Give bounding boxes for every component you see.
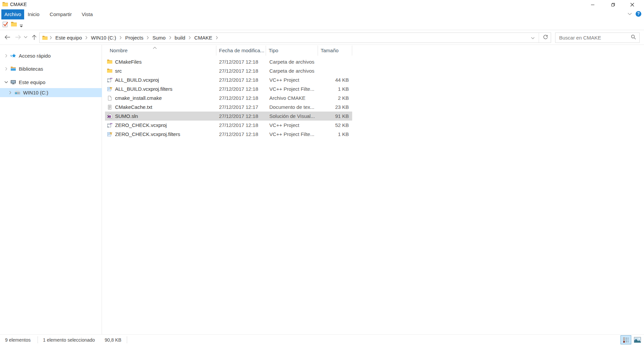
file-type: Carpeta de archivos [266, 59, 318, 65]
file-row-sumo-sln[interactable]: SUMO.sln 27/12/2017 12:18 Solución de Vi… [105, 112, 352, 121]
visual-studio-solution-icon [107, 114, 112, 119]
file-date: 27/12/2017 12:18 [216, 68, 266, 74]
close-button[interactable] [625, 0, 640, 9]
breadcrumb-cmake[interactable]: CMAKE [193, 35, 213, 41]
column-header-tipo[interactable]: Tipo [266, 46, 318, 56]
refresh-icon[interactable] [540, 34, 551, 41]
file-name: cmake_install.cmake [115, 95, 162, 101]
search-input[interactable] [555, 35, 631, 41]
vcxproj-icon [107, 123, 112, 128]
file-size: 2 KB [318, 95, 352, 101]
details-view-button[interactable] [621, 335, 631, 344]
items-count: 9 elementos [5, 337, 31, 343]
chevron-down-icon[interactable] [3, 81, 9, 83]
file-date: 27/12/2017 12:18 [216, 131, 266, 137]
file-type: Solución de Visual... [266, 113, 318, 119]
chevron-right-icon[interactable] [3, 67, 9, 71]
breadcrumb-sumo[interactable]: Sumo [151, 35, 167, 41]
drive-icon [14, 90, 20, 95]
sidebar-item-este-equipo[interactable]: Este equipo [0, 78, 102, 87]
vcxproj-filters-icon [107, 86, 112, 92]
sidebar-item-bibliotecas[interactable]: Bibliotecas [0, 64, 102, 73]
chevron-right-icon[interactable] [7, 91, 13, 94]
file-rows: CMakeFiles 27/12/2017 12:18 Carpeta de a… [105, 57, 352, 139]
breadcrumb-chevron-icon[interactable] [214, 36, 220, 40]
file-row-cmakefiles[interactable]: CMakeFiles 27/12/2017 12:18 Carpeta de a… [105, 57, 352, 66]
address-dropdown-icon[interactable] [528, 35, 537, 41]
selection-count: 1 elemento seleccionado [43, 337, 95, 343]
file-row-all-build-filters[interactable]: ALL_BUILD.vcxproj.filters 27/12/2017 12:… [105, 84, 352, 93]
chevron-right-icon[interactable] [3, 54, 9, 58]
minimize-button[interactable] [585, 0, 600, 9]
tab-vista[interactable]: Vista [77, 9, 97, 19]
file-name: ALL_BUILD.vcxproj.filters [115, 86, 172, 92]
breadcrumb-folder-icon[interactable] [42, 36, 48, 40]
breadcrumb-chevron-icon[interactable] [83, 36, 90, 40]
tab-archivo[interactable]: Archivo [1, 9, 24, 19]
breadcrumb-chevron-icon[interactable] [117, 36, 124, 40]
file-size: 52 KB [318, 122, 352, 128]
help-icon[interactable]: ? [636, 11, 641, 17]
file-name: ZERO_CHECK.vcxproj.filters [115, 131, 180, 137]
folder-icon [107, 68, 112, 74]
sidebar-item-acceso-rapido[interactable]: Acceso rápido [0, 51, 102, 60]
file-name: src [115, 68, 122, 74]
breadcrumb-chevron-icon[interactable] [48, 36, 54, 40]
ribbon-tab-bar: Archivo Inicio Compartir Vista [0, 9, 644, 19]
file-name: CMakeCache.txt [115, 104, 152, 110]
restore-button[interactable] [605, 0, 621, 9]
large-icons-view-button[interactable] [632, 335, 643, 344]
file-size: 91 KB [318, 113, 352, 119]
file-row-all-build-vcxproj[interactable]: ALL_BUILD.vcxproj 27/12/2017 12:18 VC++ … [105, 75, 352, 84]
file-name: CMakeFiles [115, 59, 142, 65]
file-date: 27/12/2017 12:18 [216, 77, 266, 83]
column-header-nombre[interactable]: Nombre [105, 46, 216, 56]
tab-inicio[interactable]: Inicio [25, 9, 42, 19]
breadcrumb-este-equipo[interactable]: Este equipo [54, 35, 83, 41]
file-row-zero-check-filters[interactable]: ZERO_CHECK.vcxproj.filters 27/12/2017 12… [105, 130, 352, 139]
folder-app-icon [2, 2, 8, 8]
breadcrumb-projects[interactable]: Projects [124, 35, 145, 41]
sidebar-item-label: Acceso rápido [19, 53, 51, 59]
recent-locations-icon[interactable] [22, 32, 29, 42]
file-row-src[interactable]: src 27/12/2017 12:18 Carpeta de archivos [105, 66, 352, 75]
breadcrumb-chevron-icon[interactable] [145, 36, 151, 40]
search-icon[interactable] [631, 34, 636, 41]
file-row-zero-check-vcxproj[interactable]: ZERO_CHECK.vcxproj 27/12/2017 12:18 VC++… [105, 121, 352, 130]
file-row-cmake-install[interactable]: cmake_install.cmake 27/12/2017 12:18 Arc… [105, 93, 352, 102]
file-date: 27/12/2017 12:18 [216, 86, 266, 92]
text-file-icon [107, 105, 112, 110]
file-icon [107, 95, 112, 101]
column-header-tamano[interactable]: Tamaño [318, 46, 352, 56]
file-size: 44 KB [318, 77, 352, 83]
sidebar-item-win10-c[interactable]: WIN10 (C:) [0, 88, 102, 97]
up-icon[interactable] [30, 32, 39, 42]
file-date: 27/12/2017 12:17 [216, 104, 266, 110]
breadcrumb-chevron-icon[interactable] [167, 36, 173, 40]
file-date: 27/12/2017 12:18 [216, 113, 266, 119]
back-icon[interactable] [3, 32, 12, 42]
breadcrumb-win10-c[interactable]: WIN10 (C:) [90, 35, 117, 41]
properties-icon[interactable] [2, 21, 9, 30]
file-type: Archivo CMAKE [266, 95, 318, 101]
customize-toolbar-icon[interactable] [19, 23, 23, 29]
window-title: CMAKE [10, 2, 27, 7]
quick-access-star-icon [10, 53, 16, 59]
address-bar[interactable]: Este equipo WIN10 (C:) Projects Sumo bui… [39, 32, 551, 43]
file-row-cmakecache[interactable]: CMakeCache.txt 27/12/2017 12:17 Document… [105, 102, 352, 112]
file-name: SUMO.sln [115, 113, 138, 119]
ribbon-collapse-icon[interactable] [627, 11, 632, 17]
this-pc-icon [10, 80, 16, 85]
address-bar-row: Este equipo WIN10 (C:) Projects Sumo bui… [0, 30, 644, 45]
files-area[interactable]: Nombre Fecha de modifica... Tipo Tamaño … [102, 45, 644, 334]
column-header-fecha[interactable]: Fecha de modifica... [216, 46, 266, 56]
breadcrumb-build[interactable]: build [173, 35, 187, 41]
vcxproj-filters-icon [107, 132, 112, 137]
file-type: Carpeta de archivos [266, 68, 318, 74]
breadcrumb-chevron-icon[interactable] [186, 36, 193, 40]
libraries-icon [10, 66, 16, 71]
status-bar: 9 elementos 1 elemento seleccionado 90,8… [0, 334, 644, 345]
new-folder-icon[interactable] [11, 21, 17, 28]
forward-icon[interactable] [13, 32, 23, 42]
tab-compartir[interactable]: Compartir [45, 9, 76, 19]
